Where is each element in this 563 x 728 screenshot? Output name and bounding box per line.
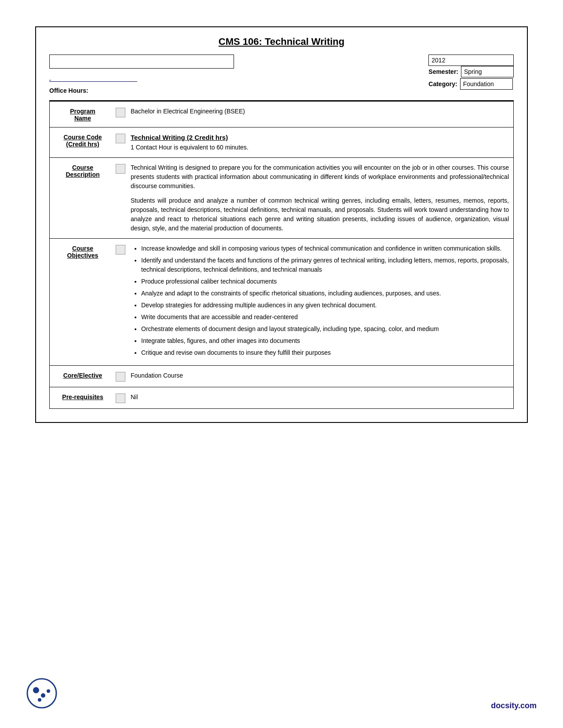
category-label: Category: [428, 80, 457, 87]
program-name-row: ProgramName Bachelor in Electrical Engin… [50, 102, 513, 127]
course-objectives-checkbox [116, 245, 125, 255]
objective-item-0: Increase knowledge and skill in composin… [141, 244, 509, 253]
svg-point-2 [41, 693, 45, 698]
program-name-text: Bachelor in Electrical Engineering (BSEE… [131, 108, 245, 115]
objective-item-4: Develop strategies for addressing multip… [141, 301, 509, 310]
header-right: 2012 Semester: Spring Category: Foundati… [428, 55, 514, 91]
name-input-box[interactable] [49, 55, 234, 69]
course-code-label: Course Code(Credit hrs) [54, 133, 116, 152]
objectives-list: Increase knowledge and skill in composin… [131, 244, 509, 357]
course-description-p2: Students will produce and analyze a numb… [131, 196, 509, 233]
course-description-content: Technical Writing is designed to prepare… [131, 163, 509, 233]
category-row: Category: Foundation [428, 78, 514, 90]
svg-point-0 [27, 679, 56, 708]
objective-item-5: Write documents that are accessible and … [141, 313, 509, 322]
course-description-label: CourseDescription [54, 163, 116, 233]
content-section: ProgramName Bachelor in Electrical Engin… [49, 101, 514, 409]
core-elective-text: Foundation Course [131, 372, 183, 379]
course-description-row: CourseDescription Technical Writing is d… [50, 158, 513, 239]
core-elective-checkbox [116, 372, 125, 382]
office-hours-label: Office Hours: [49, 87, 88, 94]
course-subtitle: 1 Contact Hour is equivalent to 60 minut… [131, 143, 509, 152]
course-code-content: Technical Writing (2 Credit hrs) 1 Conta… [131, 133, 509, 152]
core-elective-content: Foundation Course [131, 371, 509, 382]
program-name-checkbox [116, 108, 125, 117]
category-value-box: Foundation [460, 78, 513, 90]
objective-item-6: Orchestrate elements of document design … [141, 324, 509, 334]
objective-item-7: Integrate tables, figures, and other ima… [141, 336, 509, 346]
document-container: CMS 106: Technical Writing Office Hours:… [35, 26, 528, 423]
semester-value-box: Spring [461, 66, 514, 77]
footer-watermark: docsity.com [491, 701, 537, 710]
svg-point-3 [47, 689, 50, 693]
course-code-row: Course Code(Credit hrs) Technical Writin… [50, 127, 513, 158]
svg-point-4 [38, 698, 41, 702]
semester-row: Semester: Spring [428, 66, 514, 77]
semester-label: Semester: [428, 68, 458, 75]
course-description-p1: Technical Writing is designed to prepare… [131, 163, 509, 191]
program-name-content: Bachelor in Electrical Engineering (BSEE… [131, 107, 509, 122]
page-title: CMS 106: Technical Writing [49, 36, 514, 47]
objective-item-3: Analyze and adapt to the constraints of … [141, 289, 509, 298]
year-value: 2012 [431, 57, 445, 64]
course-code-checkbox [116, 134, 125, 143]
svg-point-1 [33, 687, 39, 693]
header-left: Office Hours: [49, 55, 234, 94]
course-title-text: Technical Writing (2 Credit hrs) [131, 134, 228, 141]
course-objectives-content: Increase knowledge and skill in composin… [131, 244, 509, 360]
pre-requisites-content: Nil [131, 393, 509, 403]
name-underline [49, 74, 137, 82]
course-title: Technical Writing (2 Credit hrs) [131, 133, 509, 143]
objective-item-2: Produce professional caliber technical d… [141, 277, 509, 286]
course-objectives-row: CourseObjectives Increase knowledge and … [50, 239, 513, 366]
objective-item-1: Identify and understand the facets and f… [141, 256, 509, 274]
course-objectives-label: CourseObjectives [54, 244, 116, 360]
semester-value: Spring [464, 68, 482, 75]
core-elective-row: Core/Elective Foundation Course [50, 366, 513, 387]
objective-item-8: Critique and revise own documents to ins… [141, 348, 509, 357]
category-value: Foundation [463, 80, 494, 87]
core-elective-label: Core/Elective [54, 371, 116, 382]
pre-requisites-label: Pre-requisites [54, 393, 116, 403]
office-hours-row: Office Hours: [49, 87, 234, 94]
year-box: 2012 [428, 55, 514, 66]
pre-requisites-checkbox [116, 393, 125, 403]
header-section: Office Hours: 2012 Semester: Spring Cate… [49, 55, 514, 94]
program-name-label: ProgramName [54, 107, 116, 122]
footer-logo [26, 678, 57, 710]
pre-requisites-text: Nil [131, 393, 138, 400]
pre-requisites-row: Pre-requisites Nil [50, 387, 513, 408]
course-description-checkbox [116, 164, 125, 174]
